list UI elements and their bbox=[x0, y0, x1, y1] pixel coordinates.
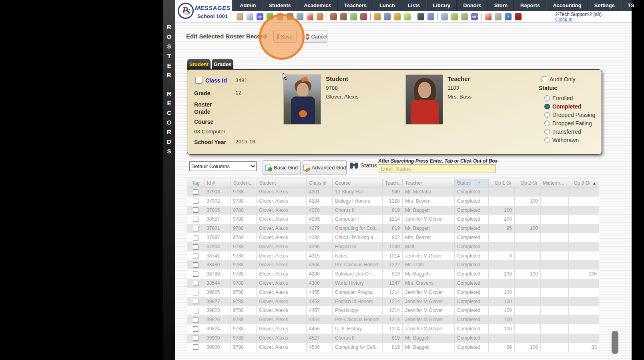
family-icon[interactable] bbox=[360, 13, 367, 20]
row-tag-checkbox[interactable] bbox=[193, 299, 198, 304]
table-row[interactable]: 379039788Glover, Alexis430112 Study Hall… bbox=[187, 187, 599, 197]
class-id-link[interactable]: Class Id bbox=[205, 77, 227, 84]
table-row[interactable]: 398239788Glover, Alexis4457Physiology121… bbox=[187, 306, 599, 315]
lunch-icon[interactable] bbox=[374, 13, 381, 20]
nav-item-ts[interactable]: TS bbox=[621, 0, 641, 11]
table-row[interactable]: 387209788Glover, Alexis4286Software Dev … bbox=[187, 269, 599, 279]
save-button[interactable]: Save bbox=[273, 30, 297, 43]
column-header-gp-3-gr[interactable]: Gp 3 Gr▲ bbox=[568, 179, 599, 187]
row-tag-checkbox[interactable] bbox=[193, 344, 198, 350]
tab-student[interactable]: Student bbox=[187, 59, 211, 70]
table-row[interactable]: 379019788Glover, Alexis4279Computing for… bbox=[187, 224, 599, 233]
nav-item-academics[interactable]: Academics bbox=[297, 0, 338, 11]
table-row[interactable]: 379049788Glover, Alexis4296English IV124… bbox=[187, 242, 599, 251]
column-header-course[interactable]: Course bbox=[333, 179, 383, 187]
nav-item-admin[interactable]: Admin bbox=[233, 0, 262, 11]
ap-badge-icon[interactable]: A/P bbox=[471, 13, 478, 20]
alarm-clock-icon[interactable] bbox=[427, 13, 434, 20]
calendar-date-icon[interactable]: 17 bbox=[307, 13, 313, 20]
nav-item-students[interactable]: Students bbox=[262, 0, 297, 11]
row-tag-checkbox[interactable] bbox=[193, 326, 198, 332]
search-icon[interactable] bbox=[237, 13, 243, 20]
table-row[interactable]: 398259788Glover, Alexis4455Computer Prog… bbox=[187, 288, 599, 297]
table-row[interactable]: 398249788Glover, Alexis4456U. S. History… bbox=[187, 324, 599, 334]
row-tag-checkbox[interactable] bbox=[193, 199, 198, 204]
row-tag-checkbox[interactable] bbox=[193, 262, 198, 267]
audit-only-checkbox[interactable] bbox=[542, 76, 547, 82]
status-radio-dropped-failing[interactable]: Dropped Failing bbox=[544, 119, 595, 127]
clock-in-link[interactable]: Clock In bbox=[555, 17, 602, 22]
table-row[interactable]: 385449788Glover, Alexis4300World History… bbox=[187, 279, 599, 288]
advanced-grid-button[interactable]: Advanced Grid bbox=[303, 160, 347, 175]
column-header-teacher[interactable]: Teacher bbox=[403, 179, 455, 187]
row-tag-checkbox[interactable] bbox=[193, 308, 198, 313]
row-tag-checkbox[interactable] bbox=[193, 290, 198, 295]
shutdown-icon[interactable] bbox=[515, 13, 522, 20]
nav-item-teachers[interactable]: Teachers bbox=[338, 0, 373, 11]
column-header-status[interactable]: Status▲ bbox=[455, 179, 489, 187]
calendar-icon[interactable] bbox=[297, 13, 303, 20]
status-radio-completed[interactable]: Completed bbox=[544, 102, 595, 111]
admin-person-icon[interactable] bbox=[417, 13, 424, 20]
nav-item-lists[interactable]: Lists bbox=[401, 0, 426, 11]
table-row[interactable]: 384809788Glover, Alexis4304Pre-Calculus … bbox=[187, 260, 599, 269]
nav-item-donors[interactable]: Donors bbox=[457, 0, 488, 11]
help-icon[interactable]: ? bbox=[505, 13, 512, 20]
table-row[interactable]: 379059788Glover, Alexis4278Chorus II819M… bbox=[187, 206, 599, 215]
column-header-gp-2-gr[interactable]: Gp 2 Gr bbox=[514, 179, 540, 187]
library-book-icon[interactable] bbox=[384, 13, 391, 20]
nav-item-lunch[interactable]: Lunch bbox=[373, 0, 401, 11]
columns-select[interactable]: Default Columns bbox=[189, 161, 257, 171]
phone-broadcast-icon[interactable] bbox=[287, 13, 293, 20]
row-tag-checkbox[interactable] bbox=[193, 235, 198, 240]
tab-grades[interactable]: Grades bbox=[212, 59, 233, 70]
table-row[interactable]: 398279788Glover, Alexis4453English III H… bbox=[187, 297, 599, 306]
row-tag-checkbox[interactable] bbox=[193, 244, 198, 249]
nurse-icon[interactable] bbox=[330, 13, 337, 20]
note-forward-icon[interactable] bbox=[404, 13, 411, 20]
grid-vertical-scrollbar-thumb[interactable] bbox=[612, 331, 618, 354]
row-tag-checkbox[interactable] bbox=[193, 336, 198, 341]
table-row[interactable]: 378979788Glover, Alexis4280Critical Thin… bbox=[187, 233, 599, 242]
row-tag-checkbox[interactable] bbox=[193, 317, 198, 322]
basic-grid-button[interactable]: Basic Grid bbox=[263, 160, 301, 175]
table-row[interactable]: 385879788Glover, Alexis4299Computer I121… bbox=[187, 215, 599, 224]
column-header-class-id[interactable]: Class Id bbox=[307, 179, 333, 187]
nav-item-store[interactable]: Store bbox=[488, 0, 514, 11]
status-radio-dropped-passing[interactable]: Dropped Passing bbox=[544, 111, 595, 119]
print-checks-icon[interactable] bbox=[461, 13, 468, 20]
table-row[interactable]: 398269788Glover, Alexis4454Pre-Calculus … bbox=[187, 315, 599, 324]
row-tag-checkbox[interactable] bbox=[193, 217, 198, 222]
nav-item-library[interactable]: Library bbox=[426, 0, 457, 11]
gridsheet-icon[interactable] bbox=[441, 13, 448, 20]
row-tag-checkbox[interactable] bbox=[193, 281, 198, 286]
class-id-checkbox[interactable] bbox=[195, 77, 202, 84]
row-tag-checkbox[interactable] bbox=[193, 189, 198, 195]
staff-person-icon[interactable] bbox=[340, 13, 347, 20]
column-header-id[interactable]: Id # bbox=[205, 179, 231, 187]
attendance-grid-icon[interactable] bbox=[247, 13, 253, 20]
status-radio-withdrawn[interactable]: Withdrawn bbox=[544, 136, 595, 144]
table-row[interactable]: 399009788Glover, Alexis4530Computing for… bbox=[187, 343, 599, 352]
phone-icon[interactable] bbox=[277, 13, 283, 20]
row-tag-checkbox[interactable] bbox=[193, 226, 198, 231]
table-row[interactable]: 399099788Glover, Alexis4527Chorus II819M… bbox=[187, 334, 599, 343]
nav-item-settings[interactable]: Settings bbox=[588, 0, 621, 11]
nav-item-reports[interactable]: Reports bbox=[514, 0, 546, 11]
payments-icon[interactable] bbox=[350, 13, 357, 20]
row-tag-checkbox[interactable] bbox=[193, 207, 198, 213]
column-header-gp-1-gr[interactable]: Gp 1 Gr bbox=[489, 179, 515, 187]
cancel-button[interactable]: ➤ Cancel bbox=[302, 30, 327, 43]
chat-icon[interactable] bbox=[267, 13, 273, 20]
column-header-midterm[interactable]: Midterm... bbox=[540, 179, 568, 187]
column-header-teach[interactable]: Teach... bbox=[383, 179, 403, 187]
status-radio-transferred[interactable]: Transferred bbox=[544, 127, 595, 136]
nav-item-logout[interactable]: Logout bbox=[641, 0, 644, 11]
status-radio-enrolled[interactable]: Enrolled bbox=[544, 94, 595, 102]
cash-register-icon[interactable] bbox=[495, 13, 502, 20]
email-at-icon[interactable]: @ bbox=[257, 13, 263, 20]
column-header-tag[interactable]: Tag bbox=[187, 179, 205, 187]
column-header-student[interactable]: Student... bbox=[231, 179, 257, 187]
pdf-export-icon[interactable] bbox=[485, 13, 492, 20]
status-search-input[interactable] bbox=[378, 164, 496, 173]
